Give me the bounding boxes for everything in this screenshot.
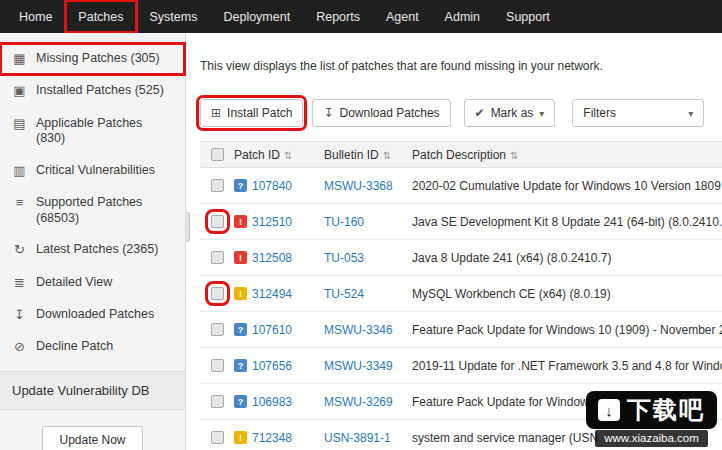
row-checkbox-cell xyxy=(200,359,234,372)
install-patch-icon: ⊞ xyxy=(211,106,221,120)
nav-item-deployment[interactable]: Deployment xyxy=(210,0,303,33)
bulletin-id-link[interactable]: TU-053 xyxy=(324,251,364,265)
missing-patches-icon: ▦ xyxy=(12,51,27,67)
sidebar-item-label: Applicable Patches (830) xyxy=(36,116,173,147)
patch-id-link[interactable]: 312510 xyxy=(252,215,292,229)
important-patch-icon: ! xyxy=(234,287,247,300)
sort-icon[interactable]: ⇅ xyxy=(510,150,518,161)
column-header-bulletin-id[interactable]: Bulletin ID⇅ xyxy=(324,148,412,162)
critical-patch-icon: ! xyxy=(234,251,247,264)
sidebar-item-label: Missing Patches (305) xyxy=(36,51,160,67)
nav-item-support[interactable]: Support xyxy=(493,0,563,33)
patch-id-link[interactable]: 107656 xyxy=(252,359,292,373)
sidebar-item-supported-patches[interactable]: ≡ Supported Patches (68503) xyxy=(0,187,185,234)
sidebar-item-decline-patch[interactable]: ⊘ Decline Patch xyxy=(0,331,185,363)
filters-dropdown[interactable]: Filters ▾ xyxy=(572,99,704,127)
important-patch-icon: ! xyxy=(234,431,247,444)
bulletin-id-link[interactable]: USN-3891-1 xyxy=(324,431,391,445)
installed-patches-icon: ▣ xyxy=(12,83,27,99)
check-icon: ✔ xyxy=(475,106,485,120)
nav-item-admin[interactable]: Admin xyxy=(432,0,493,33)
sidebar-item-label: Downloaded Patches xyxy=(36,307,154,323)
sort-icon[interactable]: ⇅ xyxy=(383,150,391,161)
download-patches-button[interactable]: ↧ Download Patches xyxy=(312,99,450,127)
sidebar-item-label: Decline Patch xyxy=(36,339,113,355)
bulletin-id-link[interactable]: MSWU-3346 xyxy=(324,323,393,337)
bulletin-id-cell: MSWU-3349 xyxy=(324,359,412,373)
row-checkbox[interactable] xyxy=(211,251,224,264)
row-checkbox[interactable] xyxy=(211,323,224,336)
update-now-button[interactable]: Update Now xyxy=(42,426,142,450)
patch-id-link[interactable]: 312494 xyxy=(252,287,292,301)
patch-id-link[interactable]: 712348 xyxy=(252,431,292,445)
bulletin-id-link[interactable]: MSWU-3349 xyxy=(324,359,393,373)
row-checkbox[interactable] xyxy=(211,179,224,192)
bulletin-id-link[interactable]: MSWU-3368 xyxy=(324,179,393,193)
app-window: HomePatchesSystemsDeploymentReportsAgent… xyxy=(0,0,722,450)
row-checkbox[interactable] xyxy=(211,431,224,444)
nav-item-reports[interactable]: Reports xyxy=(303,0,373,33)
filters-label: Filters xyxy=(583,106,616,120)
header-checkbox-cell xyxy=(200,148,234,161)
download-patches-label: Download Patches xyxy=(340,106,440,120)
bulletin-id-cell: TU-160 xyxy=(324,215,412,229)
sidebar-item-label: Supported Patches (68503) xyxy=(36,195,173,226)
sidebar-item-label: Latest Patches (2365) xyxy=(36,242,158,258)
sidebar-item-label: Critical Vulnerabilities xyxy=(36,163,155,179)
patch-id-cell: ? 107610 xyxy=(234,323,324,337)
mark-as-dropdown[interactable]: ✔ Mark as ▾ xyxy=(464,99,556,127)
sidebar-item-detailed-view[interactable]: ≣ Detailed View xyxy=(0,267,185,299)
sidebar-collapse-handle[interactable] xyxy=(186,212,190,242)
chevron-down-icon: ▾ xyxy=(539,108,544,119)
patch-id-link[interactable]: 312508 xyxy=(252,251,292,265)
bulletin-id-cell: MSWU-3269 xyxy=(324,395,412,409)
row-checkbox-cell xyxy=(200,431,234,444)
column-label: Patch Description xyxy=(412,148,506,162)
nav-item-home[interactable]: Home xyxy=(6,0,65,33)
bulletin-id-link[interactable]: TU-524 xyxy=(324,287,364,301)
nav-item-patches[interactable]: Patches xyxy=(65,0,136,33)
sidebar-item-applicable-patches[interactable]: ▤ Applicable Patches (830) xyxy=(0,108,185,155)
patch-id-link[interactable]: 107840 xyxy=(252,179,292,193)
sidebar-item-installed-patches[interactable]: ▣ Installed Patches (525) xyxy=(0,75,185,107)
decline-patch-icon: ⊘ xyxy=(12,339,27,355)
latest-patches-icon: ↻ xyxy=(12,242,27,258)
column-label: Bulletin ID xyxy=(324,148,379,162)
row-checkbox[interactable] xyxy=(211,215,224,228)
patch-description-cell: MySQL Workbench CE (x64) (8.0.19) xyxy=(412,287,722,301)
bulletin-id-cell: MSWU-3368 xyxy=(324,179,412,193)
bulletin-id-cell: TU-524 xyxy=(324,287,412,301)
bulletin-id-link[interactable]: TU-160 xyxy=(324,215,364,229)
sidebar-item-downloaded-patches[interactable]: ↧ Downloaded Patches xyxy=(0,299,185,331)
patch-id-cell: ! 312494 xyxy=(234,287,324,301)
update-section: Update Now Last Update Time : xyxy=(0,410,185,450)
sidebar-item-missing-patches[interactable]: ▦ Missing Patches (305) xyxy=(0,43,185,75)
patch-id-link[interactable]: 107610 xyxy=(252,323,292,337)
bulletin-id-link[interactable]: MSWU-3269 xyxy=(324,395,393,409)
mark-as-label: Mark as xyxy=(491,106,534,120)
row-checkbox[interactable] xyxy=(211,359,224,372)
patch-id-cell: ? 107656 xyxy=(234,359,324,373)
nav-item-agent[interactable]: Agent xyxy=(373,0,432,33)
install-patch-button[interactable]: ⊞ Install Patch xyxy=(200,99,303,127)
watermark-box: ↓ 下载吧 xyxy=(586,391,717,429)
select-all-checkbox[interactable] xyxy=(211,148,224,161)
sidebar-item-label: Installed Patches (525) xyxy=(36,83,164,99)
sidebar-item-latest-patches[interactable]: ↻ Latest Patches (2365) xyxy=(0,234,185,266)
table-row: ! 312508 TU-053 Java 8 Update 241 (x64) … xyxy=(200,240,722,276)
watermark-title: 下载吧 xyxy=(627,398,705,422)
nav-item-systems[interactable]: Systems xyxy=(137,0,211,33)
bulletin-id-cell: MSWU-3346 xyxy=(324,323,412,337)
column-header-patch-id[interactable]: Patch ID⇅ xyxy=(234,148,324,162)
table-row: ? 107656 MSWU-3349 2019-11 Update for .N… xyxy=(200,348,722,384)
patch-id-link[interactable]: 106983 xyxy=(252,395,292,409)
row-checkbox[interactable] xyxy=(211,287,224,300)
row-checkbox[interactable] xyxy=(211,395,224,408)
patch-id-cell: ? 106983 xyxy=(234,395,324,409)
sort-icon[interactable]: ⇅ xyxy=(284,150,292,161)
row-checkbox-cell xyxy=(200,395,234,408)
critical-patch-icon: ! xyxy=(234,215,247,228)
download-arrow-icon: ↓ xyxy=(598,399,620,421)
column-header-patch-description[interactable]: Patch Description⇅ xyxy=(412,148,722,162)
sidebar-item-critical-vulnerabilities[interactable]: ▥ Critical Vulnerabilities xyxy=(0,155,185,187)
